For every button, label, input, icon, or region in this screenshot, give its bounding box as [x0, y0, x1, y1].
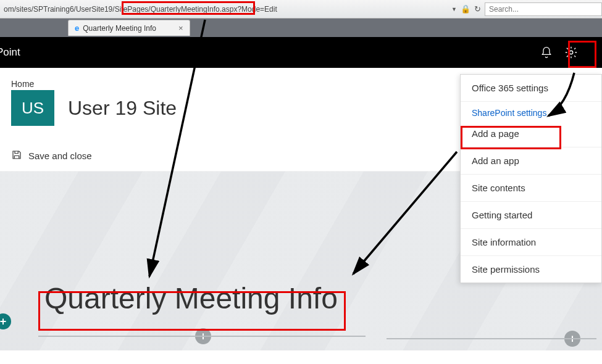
- dropdown-icon[interactable]: ▼: [451, 6, 457, 12]
- suite-bar: Point: [0, 37, 602, 68]
- ie-icon: e: [75, 23, 79, 33]
- lock-icon: 🔒: [461, 4, 470, 14]
- close-tab-icon[interactable]: ×: [178, 23, 183, 33]
- settings-item-add-page[interactable]: Add a page: [461, 120, 601, 147]
- site-logo[interactable]: US: [11, 90, 54, 126]
- tab-title: Quarterly Meeting Info: [83, 24, 156, 33]
- settings-item-site-permissions[interactable]: Site permissions: [461, 256, 601, 283]
- page-title-input[interactable]: Quarterly Meeting Info: [44, 281, 338, 315]
- gear-icon[interactable]: [559, 46, 583, 59]
- browser-tab[interactable]: e Quarterly Meeting Info ×: [68, 20, 190, 36]
- browser-search-input[interactable]: [485, 2, 602, 16]
- url-text[interactable]: om/sites/SPTraining6/UserSite19/SitePage…: [0, 5, 281, 14]
- settings-menu: Office 365 settings SharePoint settings …: [460, 74, 602, 283]
- section-divider: [387, 338, 596, 339]
- settings-item-office365[interactable]: Office 365 settings: [461, 75, 601, 102]
- site-title: User 19 Site: [68, 97, 177, 120]
- save-and-close-button[interactable]: Save and close: [28, 151, 92, 161]
- browser-address-bar: om/sites/SPTraining6/UserSite19/SitePage…: [0, 0, 602, 19]
- browser-tab-strip: e Quarterly Meeting Info ×: [0, 19, 602, 37]
- settings-section-header: SharePoint settings: [461, 102, 601, 120]
- settings-item-add-app[interactable]: Add an app: [461, 147, 601, 175]
- notification-icon[interactable]: [534, 46, 559, 59]
- svg-point-0: [569, 51, 573, 54]
- settings-item-getting-started[interactable]: Getting started: [461, 202, 601, 229]
- settings-item-site-information[interactable]: Site information: [461, 229, 601, 256]
- save-icon[interactable]: [11, 149, 22, 162]
- section-divider: [38, 336, 366, 337]
- app-name: Point: [0, 46, 20, 59]
- settings-item-site-contents[interactable]: Site contents: [461, 175, 601, 202]
- refresh-icon[interactable]: ↻: [474, 4, 481, 14]
